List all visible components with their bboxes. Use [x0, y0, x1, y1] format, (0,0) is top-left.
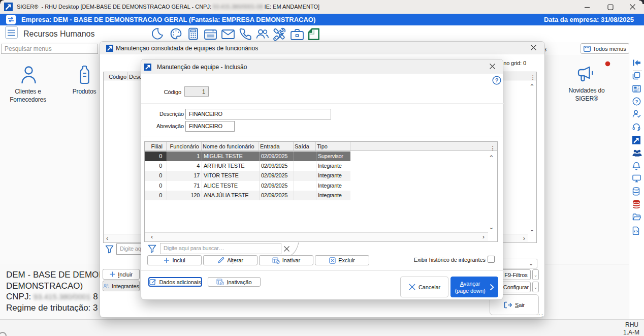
- svg-text:?: ?: [635, 99, 638, 104]
- svg-text:?: ?: [495, 77, 499, 83]
